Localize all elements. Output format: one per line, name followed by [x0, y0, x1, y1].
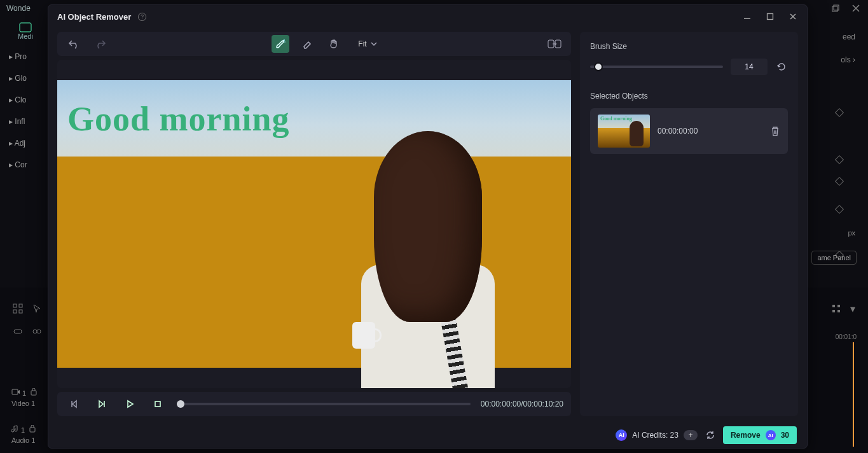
- track-audio[interactable]: 1: [11, 425, 36, 434]
- svg-rect-16: [30, 428, 35, 432]
- track-video[interactable]: 1: [11, 388, 38, 397]
- brush-size-label: Brush Size: [590, 42, 788, 51]
- ai-badge-icon: AI: [766, 430, 776, 440]
- undo-button[interactable]: [65, 35, 83, 53]
- keyframe-diamond-icon[interactable]: [835, 205, 844, 214]
- remove-button[interactable]: Remove AI 30: [723, 426, 797, 444]
- side-panel: Brush Size 14 Selected Objects Good morn…: [580, 32, 798, 416]
- brush-size-slider[interactable]: [590, 66, 723, 68]
- bg-section-4[interactable]: ▸ Adj: [0, 132, 51, 154]
- brush-reset-button[interactable]: [775, 60, 788, 73]
- selected-objects-label: Selected Objects: [590, 92, 788, 101]
- preview-subject: [348, 131, 514, 368]
- ai-credits: AI AI Credits: 23 +: [616, 429, 698, 441]
- eraser-tool-button[interactable]: [298, 35, 316, 53]
- chain-icon[interactable]: [32, 326, 42, 337]
- minimize-button[interactable]: [743, 13, 752, 20]
- timecode: 00:00:00:00/00:00:10:20: [481, 400, 563, 408]
- hand-tool-button[interactable]: [325, 35, 343, 53]
- brush-size-thumb[interactable]: [594, 62, 603, 71]
- brush-tool-button[interactable]: [272, 35, 289, 53]
- chevron-down-icon[interactable]: ▾: [850, 303, 855, 315]
- layout-grid-icon[interactable]: [13, 303, 23, 314]
- track-video-label: Video 1: [11, 400, 35, 407]
- maximize-button[interactable]: [766, 13, 775, 20]
- preview-toolbar: Fit: [57, 32, 571, 56]
- dialog-titlebar: AI Object Remover ?: [48, 5, 807, 28]
- object-timestamp: 00:00:00:00: [658, 127, 762, 136]
- keyframe-panel-button[interactable]: ame Panel: [811, 251, 857, 265]
- bg-restore-icon[interactable]: [831, 4, 840, 13]
- svg-rect-7: [832, 305, 835, 307]
- svg-point-13: [37, 330, 41, 333]
- track-audio-label: Audio 1: [11, 436, 35, 444]
- svg-point-12: [33, 330, 37, 333]
- refresh-button[interactable]: [705, 430, 715, 440]
- svg-rect-3: [13, 304, 17, 307]
- help-icon[interactable]: ?: [137, 12, 147, 22]
- playbar: 00:00:00:00/00:00:10:20: [57, 392, 571, 416]
- bg-section-3[interactable]: ▸ Infl: [0, 111, 51, 132]
- bg-section-5[interactable]: ▸ Cor: [0, 154, 51, 176]
- close-button[interactable]: [789, 13, 798, 20]
- dialog-window-controls: [743, 13, 798, 20]
- overlay-text: Good morning: [67, 99, 290, 139]
- svg-rect-19: [768, 14, 773, 20]
- prev-frame-button[interactable]: [65, 395, 83, 413]
- remove-cost: 30: [781, 431, 789, 440]
- bg-sidebar-tab-media[interactable]: Medi: [0, 17, 51, 46]
- bg-section-1[interactable]: ▸ Glo: [0, 67, 51, 89]
- playbar-thumb[interactable]: [177, 400, 184, 408]
- svg-rect-2: [20, 23, 31, 32]
- delete-object-button[interactable]: [770, 125, 780, 137]
- cursor-icon[interactable]: [32, 303, 42, 314]
- bg-close-icon[interactable]: [851, 4, 860, 13]
- brush-size-value[interactable]: 14: [731, 59, 768, 75]
- svg-rect-5: [13, 310, 17, 313]
- svg-rect-24: [155, 401, 160, 407]
- selected-object-item[interactable]: Good morning 00:00:00:00: [590, 108, 788, 154]
- svg-rect-15: [31, 391, 36, 395]
- play-button[interactable]: [121, 395, 139, 413]
- object-thumbnail: Good morning: [598, 115, 650, 148]
- ai-object-remover-dialog: AI Object Remover ?: [48, 4, 808, 449]
- bg-right-tab[interactable]: eed: [811, 25, 868, 48]
- bg-section-0[interactable]: ▸ Pro: [0, 46, 51, 67]
- zoom-fit-select[interactable]: Fit: [352, 35, 383, 53]
- redo-button[interactable]: [92, 35, 109, 53]
- bg-app-title: Wonde: [6, 4, 31, 13]
- list-view-icon[interactable]: [831, 303, 841, 314]
- remove-button-label: Remove: [731, 431, 761, 440]
- stop-button[interactable]: [149, 395, 167, 413]
- compare-button[interactable]: [546, 35, 563, 53]
- keyframe-diamond-icon[interactable]: [835, 108, 844, 117]
- svg-rect-0: [832, 6, 837, 11]
- svg-text:?: ?: [141, 13, 144, 20]
- bg-sidebar-tab-label: Medi: [18, 32, 33, 40]
- ai-badge-icon: AI: [616, 429, 627, 441]
- preview-viewport[interactable]: Good morning: [57, 60, 571, 388]
- timeline-ruler-end: 00:01:0: [836, 333, 857, 340]
- link-icon[interactable]: [13, 326, 23, 337]
- bg-right-tools[interactable]: ols ›: [811, 48, 868, 71]
- add-credits-button[interactable]: +: [684, 430, 698, 440]
- svg-rect-10: [837, 310, 840, 312]
- keyframe-diamond-icon[interactable]: [835, 177, 844, 186]
- timeline-playhead[interactable]: [853, 342, 854, 447]
- next-frame-button[interactable]: [93, 395, 111, 413]
- svg-rect-8: [837, 305, 840, 307]
- preview-image: Good morning: [57, 80, 571, 368]
- svg-rect-14: [12, 389, 18, 394]
- bg-window-controls: [831, 4, 860, 13]
- zoom-fit-label: Fit: [358, 39, 366, 48]
- svg-point-20: [284, 39, 285, 41]
- preview-pane: Fit Good morning: [57, 32, 571, 416]
- playbar-track[interactable]: [177, 403, 471, 405]
- svg-rect-1: [834, 5, 839, 10]
- svg-rect-4: [19, 304, 22, 307]
- svg-point-21: [285, 41, 286, 43]
- bg-section-2[interactable]: ▸ Clo: [0, 89, 51, 111]
- keyframe-diamond-icon[interactable]: [835, 155, 844, 164]
- ai-credits-label: AI Credits: 23: [632, 431, 679, 440]
- dialog-footer: AI AI Credits: 23 + Remove AI 30: [48, 422, 807, 448]
